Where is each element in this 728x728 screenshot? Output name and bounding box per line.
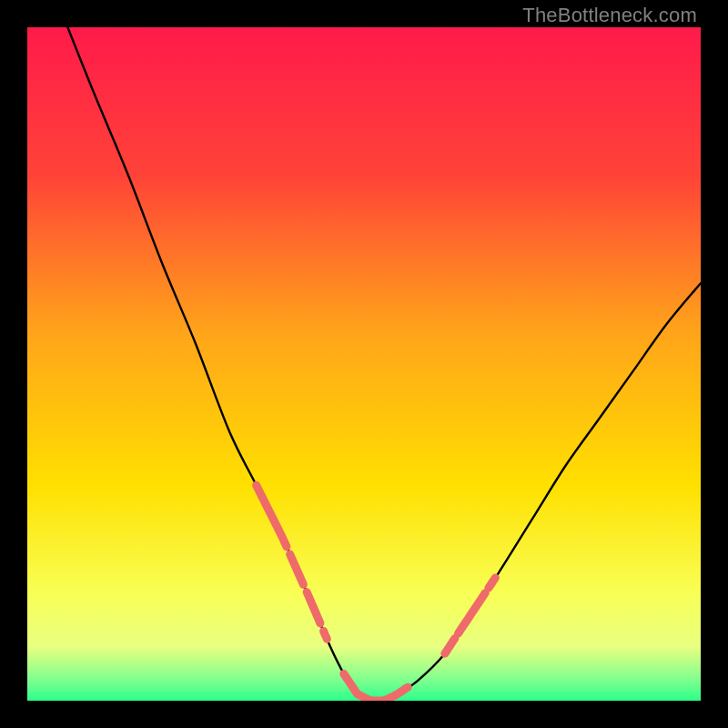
dash-segment	[489, 578, 495, 588]
dash-segment	[307, 592, 320, 623]
plot-area	[27, 27, 701, 701]
dash-segment	[324, 632, 328, 640]
bottleneck-curve	[67, 27, 701, 701]
chart-root: TheBottleneck.com	[0, 0, 728, 728]
dash-segment	[344, 673, 364, 697]
dash-segment	[459, 593, 486, 633]
curve-layer	[27, 27, 701, 701]
dash-segment	[290, 554, 304, 584]
highlight-dashes	[257, 485, 496, 701]
dash-segment	[257, 485, 287, 547]
watermark-text: TheBottleneck.com	[522, 4, 697, 27]
dash-segment	[445, 639, 455, 654]
dash-segment	[368, 697, 391, 701]
dash-segment	[394, 687, 408, 695]
